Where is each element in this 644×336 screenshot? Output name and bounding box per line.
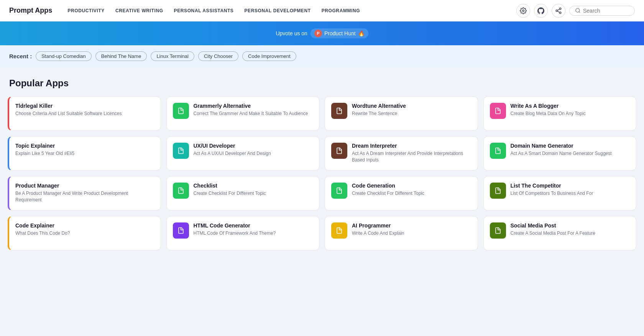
nav-programming[interactable]: PROGRAMMING (322, 8, 360, 13)
main-nav: PRODUCTIVITY CREATIVE WRITING PERSONAL A… (67, 8, 516, 13)
svg-point-3 (559, 12, 561, 14)
app-icon-grammerly-alternative (173, 103, 189, 119)
app-icon-list-competitor (490, 183, 506, 199)
svg-line-4 (557, 11, 559, 12)
app-card-body-grammerly-alternative: Grammerly Alternative Correct The Gramme… (194, 103, 313, 117)
nav-personal-assistants[interactable]: PERSONAL ASSISTANTS (174, 8, 234, 13)
header: Prompt Apps PRODUCTIVITY CREATIVE WRITIN… (0, 0, 644, 21)
nav-creative-writing[interactable]: CREATIVE WRITING (115, 8, 163, 13)
recent-tag-standup[interactable]: Stand-up Comedian (36, 51, 92, 61)
search-icon (575, 8, 581, 13)
section-title: Popular Apps (8, 78, 636, 89)
app-card-body-product-manager: Product Manager Be A Product Manager And… (15, 183, 154, 203)
product-hunt-badge[interactable]: P Product Hunt 🔥 (310, 28, 368, 38)
recent-tag-linux-terminal[interactable]: Linux Terminal (151, 51, 194, 61)
app-card-title-wordtune-alternative: Wordtune Alternative (352, 103, 472, 109)
app-icon-write-as-blogger (490, 103, 506, 119)
app-card-wordtune-alternative[interactable]: Wordtune Alternative Rewrite The Sentenc… (325, 96, 478, 131)
banner: Upvote us on P Product Hunt 🔥 (0, 21, 644, 45)
app-card-write-as-blogger[interactable]: Write As A Blogger Create Blog Meta Data… (483, 96, 637, 131)
app-card-title-ai-programmer: AI Programmer (352, 222, 472, 229)
app-card-body-checklist: Checklist Create Checklist For Different… (194, 183, 313, 197)
app-icon-social-media-post (490, 222, 506, 239)
app-card-title-ux-ui-developer: UX/UI Developer (194, 143, 313, 149)
app-card-title-social-media-post: Social Media Post (511, 222, 630, 229)
app-icon-html-code-generator (173, 222, 189, 239)
gear-icon (520, 7, 527, 14)
app-card-code-explainer[interactable]: Code Explainer What Does This Code Do? (8, 216, 161, 250)
app-card-desc-html-code-generator: HTML Code Of Framework And Theme? (194, 230, 313, 237)
app-card-code-generation[interactable]: Code Generation Create Checklist For Dif… (325, 176, 478, 211)
recent-label: Recent : (9, 53, 32, 59)
app-card-checklist[interactable]: Checklist Create Checklist For Different… (166, 176, 320, 211)
recent-tag-behind-the-name[interactable]: Behind The Name (95, 51, 147, 61)
github-icon (537, 7, 544, 14)
app-icon-domain-name-generator (490, 143, 506, 159)
app-card-desc-wordtune-alternative: Rewrite The Sentence (352, 110, 472, 117)
nav-productivity[interactable]: PRODUCTIVITY (67, 8, 105, 13)
app-card-desc-checklist: Create Checklist For Different Topic (194, 190, 313, 197)
app-card-grammerly-alternative[interactable]: Grammerly Alternative Correct The Gramme… (166, 96, 320, 131)
app-card-tldrlegal-killer[interactable]: Tldrlegal Killer Choose Criteria And Lis… (8, 96, 161, 131)
app-card-title-domain-name-generator: Domain Name Generator (511, 143, 630, 149)
app-card-domain-name-generator[interactable]: Domain Name Generator Act As A Smart Dom… (483, 136, 637, 171)
search-bar[interactable] (569, 6, 635, 16)
app-card-body-write-as-blogger: Write As A Blogger Create Blog Meta Data… (511, 103, 630, 117)
app-card-body-ux-ui-developer: UX/UI Developer Act As A UX/UI Developer… (194, 143, 313, 157)
ph-icon: P (314, 30, 322, 37)
logo: Prompt Apps (9, 7, 52, 15)
recent-tag-code-improvement[interactable]: Code Improvement (242, 51, 296, 61)
app-icon-ai-programmer (331, 222, 347, 239)
search-input[interactable] (583, 8, 629, 14)
app-card-desc-grammerly-alternative: Correct The Grammer And Make It Suitable… (194, 110, 313, 117)
share-icon (555, 7, 562, 14)
app-icon-ux-ui-developer (173, 143, 189, 159)
app-card-desc-ux-ui-developer: Act As A UX/UI Developer And Design (194, 150, 313, 157)
app-card-body-dream-interpreter: Dream Interpreter Act As A Dream Interpr… (352, 143, 472, 163)
app-card-title-html-code-generator: HTML Code Generator (194, 222, 313, 229)
app-card-title-product-manager: Product Manager (15, 183, 154, 189)
recent-bar: Recent : Stand-up Comedian Behind The Na… (0, 45, 644, 67)
svg-line-7 (579, 12, 580, 13)
app-card-ux-ui-developer[interactable]: UX/UI Developer Act As A UX/UI Developer… (166, 136, 320, 171)
svg-point-2 (556, 10, 558, 12)
svg-point-6 (576, 8, 580, 12)
app-card-title-checklist: Checklist (194, 183, 313, 189)
svg-point-1 (559, 8, 561, 10)
app-card-title-topic-explainer: Topic Explainer (15, 143, 154, 149)
app-card-desc-topic-explainer: Explain Like 5 Year Old #Eli5 (15, 150, 154, 157)
header-actions (516, 4, 635, 18)
app-icon-wordtune-alternative (331, 103, 347, 119)
app-card-desc-write-as-blogger: Create Blog Meta Data On Any Topic (511, 110, 630, 117)
app-card-topic-explainer[interactable]: Topic Explainer Explain Like 5 Year Old … (8, 136, 161, 171)
app-card-title-code-explainer: Code Explainer (15, 222, 154, 229)
app-card-ai-programmer[interactable]: AI Programmer Write A Code And Explain (325, 216, 478, 250)
app-card-product-manager[interactable]: Product Manager Be A Product Manager And… (8, 176, 161, 211)
app-card-body-code-generation: Code Generation Create Checklist For Dif… (352, 183, 472, 197)
app-card-desc-social-media-post: Create A Social Media Post For A Feature (511, 230, 630, 237)
recent-tag-city-chooser[interactable]: City Chooser (198, 51, 238, 61)
app-card-body-code-explainer: Code Explainer What Does This Code Do? (15, 222, 154, 237)
app-card-desc-domain-name-generator: Act As A Smart Domain Name Generator Sug… (511, 150, 630, 157)
app-card-title-tldrlegal-killer: Tldrlegal Killer (15, 103, 154, 109)
share-button[interactable] (552, 4, 565, 18)
app-card-desc-code-explainer: What Does This Code Do? (15, 230, 154, 237)
app-card-dream-interpreter[interactable]: Dream Interpreter Act As A Dream Interpr… (325, 136, 478, 171)
settings-button[interactable] (516, 4, 530, 18)
svg-point-0 (522, 10, 524, 12)
app-card-desc-product-manager: Be A Product Manager And Write Product D… (15, 190, 154, 203)
ph-name: Product Hunt (324, 30, 356, 36)
app-card-body-domain-name-generator: Domain Name Generator Act As A Smart Dom… (511, 143, 630, 157)
app-icon-checklist (173, 183, 189, 199)
app-card-body-tldrlegal-killer: Tldrlegal Killer Choose Criteria And Lis… (15, 103, 154, 117)
app-card-html-code-generator[interactable]: HTML Code Generator HTML Code Of Framewo… (166, 216, 320, 250)
banner-text: Upvote us on (276, 30, 307, 36)
app-card-desc-list-competitor: List Of Competitors To Business And For (511, 190, 630, 197)
app-card-social-media-post[interactable]: Social Media Post Create A Social Media … (483, 216, 637, 250)
app-card-body-topic-explainer: Topic Explainer Explain Like 5 Year Old … (15, 143, 154, 157)
app-card-body-ai-programmer: AI Programmer Write A Code And Explain (352, 222, 472, 237)
apps-grid: Tldrlegal Killer Choose Criteria And Lis… (8, 96, 636, 250)
nav-personal-development[interactable]: PERSONAL DEVELOPMENT (244, 8, 310, 13)
github-button[interactable] (534, 4, 548, 18)
app-card-list-competitor[interactable]: List The Competitor List Of Competitors … (483, 176, 637, 211)
